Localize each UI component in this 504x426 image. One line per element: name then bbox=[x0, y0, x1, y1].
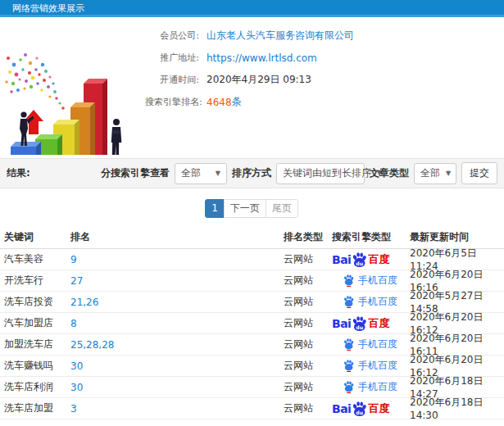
results-table: 关键词 排名 排名类型 搜索引擎类型 最新更新时间 汽车美容 9 云网站 Bai bbox=[0, 226, 504, 419]
mobile-baidu-paw-icon bbox=[343, 381, 354, 393]
rank-cell: 27 bbox=[70, 275, 284, 287]
header-updated: 最新更新时间 bbox=[410, 230, 504, 244]
rank-link[interactable]: 3 bbox=[70, 403, 77, 415]
rank-type-cell: 云网站 bbox=[284, 338, 332, 351]
mobile-baidu-paw-icon bbox=[343, 296, 354, 308]
header-keyword: 关键词 bbox=[4, 230, 70, 244]
rank-count-label: 搜索引擎排名: bbox=[145, 96, 199, 108]
results-table-body: 汽车美容 9 云网站 Bai du 百度 bbox=[0, 249, 504, 419]
baidu-logo-cn-text: 百度 bbox=[368, 318, 389, 329]
article-type-label: 文章类型 bbox=[370, 166, 409, 180]
header-engine-type: 搜索引擎类型 bbox=[332, 230, 410, 244]
growth-chart-illustration bbox=[0, 22, 152, 155]
sort-filter-label: 排序方式 bbox=[232, 166, 271, 180]
article-type-select[interactable]: 全部 ▼ bbox=[414, 163, 456, 184]
mobile-baidu-logo: 手机百度 bbox=[332, 295, 397, 309]
keyword-cell: 洗车店投资 bbox=[4, 295, 70, 309]
mobile-baidu-paw-icon bbox=[343, 360, 354, 372]
baidu-logo-cn-text: 百度 bbox=[368, 403, 389, 414]
baidu-logo: Bai du 百度 bbox=[332, 401, 389, 416]
engine-type-cell: Bai du 百度 bbox=[332, 401, 410, 416]
rank-type-cell: 云网站 bbox=[284, 316, 332, 330]
results-table-header: 关键词 排名 排名类型 搜索引擎类型 最新更新时间 bbox=[0, 226, 504, 249]
rank-type-cell: 云网站 bbox=[284, 252, 332, 266]
info-row-url: 推广地址: https://www.lrtlsd.com bbox=[145, 47, 504, 69]
rank-cell: 21,26 bbox=[70, 297, 284, 308]
promo-url-label: 推广地址: bbox=[145, 52, 199, 64]
submit-button[interactable]: 提交 bbox=[461, 162, 497, 184]
page-title-bar: 网络营销效果展示 bbox=[0, 0, 504, 17]
header-rank: 排名 bbox=[70, 230, 284, 244]
rank-cell: 30 bbox=[70, 360, 284, 372]
engine-filter-label: 分搜索引擎查看 bbox=[101, 166, 170, 180]
rank-link[interactable]: 30 bbox=[70, 382, 83, 393]
sort-filter-select[interactable]: 关键词由短到长排序 ▼ bbox=[276, 163, 365, 184]
pagination: 1 下一页 尾页 bbox=[0, 188, 504, 226]
rank-type-cell: 云网站 bbox=[284, 274, 332, 288]
result-label: 结果: bbox=[7, 166, 30, 180]
rank-cell: 3 bbox=[70, 403, 284, 415]
table-row: 洗车店加盟 3 云网站 Bai du 百度 bbox=[0, 398, 504, 419]
updated-cell: 2020年6月18日 14:30 bbox=[410, 396, 504, 421]
mobile-baidu-label: 手机百度 bbox=[358, 274, 397, 288]
baidu-logo-bai-text: Bai bbox=[332, 254, 351, 265]
info-row-rank-count: 搜索引擎排名: 4648 条 bbox=[145, 91, 504, 113]
sort-filter-value: 关键词由短到长排序 bbox=[283, 166, 371, 180]
engine-type-cell: 手机百度 bbox=[332, 380, 410, 394]
rank-link[interactable]: 27 bbox=[70, 275, 83, 287]
confetti-dots bbox=[5, 53, 65, 110]
baidu-paw-icon: du bbox=[352, 316, 367, 331]
rank-link[interactable]: 8 bbox=[70, 318, 77, 329]
mobile-baidu-logo: 手机百度 bbox=[332, 380, 397, 394]
svg-text:du: du bbox=[356, 409, 364, 415]
rank-type-cell: 云网站 bbox=[284, 401, 332, 415]
open-time-label: 开通时间: bbox=[145, 74, 199, 86]
mobile-baidu-logo: 手机百度 bbox=[332, 274, 397, 288]
keyword-cell: 汽车加盟店 bbox=[4, 316, 70, 330]
mobile-baidu-label: 手机百度 bbox=[358, 295, 397, 309]
info-row-company: 会员公司: 山东老人头汽车服务咨询有限公司 bbox=[145, 25, 504, 47]
last-page-button[interactable]: 尾页 bbox=[266, 199, 298, 218]
company-link[interactable]: 山东老人头汽车服务咨询有限公司 bbox=[207, 29, 354, 43]
rank-link[interactable]: 30 bbox=[70, 360, 83, 372]
info-row-open-time: 开通时间: 2020年4月29日 09:13 bbox=[145, 69, 504, 91]
mobile-baidu-label: 手机百度 bbox=[358, 380, 397, 394]
keyword-cell: 加盟洗车店 bbox=[4, 338, 70, 351]
businessman-right bbox=[111, 119, 122, 155]
promo-url-link[interactable]: https://www.lrtlsd.com bbox=[207, 52, 317, 64]
rank-type-cell: 云网站 bbox=[284, 295, 332, 309]
baidu-paw-icon: du bbox=[352, 252, 367, 267]
rank-type-cell: 云网站 bbox=[284, 359, 332, 373]
keyword-cell: 洗车店利润 bbox=[4, 380, 70, 394]
article-type-value: 全部 bbox=[420, 166, 440, 180]
rank-count-number: 4648 bbox=[207, 97, 232, 108]
rank-link[interactable]: 25,28,28 bbox=[70, 339, 114, 351]
page-1-button[interactable]: 1 bbox=[205, 199, 225, 218]
engine-type-cell: 手机百度 bbox=[332, 295, 410, 309]
engine-type-cell: 手机百度 bbox=[332, 338, 410, 351]
rank-cell: 8 bbox=[70, 318, 284, 329]
rank-count-unit: 条 bbox=[232, 95, 242, 109]
filter-bar: 结果: 分搜索引擎查看 全部 ▼ 排序方式 关键词由短到长排序 ▼ 文章类型 全… bbox=[0, 158, 504, 188]
baidu-logo: Bai du 百度 bbox=[332, 252, 389, 267]
engine-type-cell: 手机百度 bbox=[332, 274, 410, 288]
svg-text:du: du bbox=[356, 324, 364, 329]
mobile-baidu-paw-icon bbox=[343, 274, 354, 287]
keyword-cell: 汽车美容 bbox=[4, 252, 70, 266]
engine-type-cell: 手机百度 bbox=[332, 359, 410, 373]
rank-link[interactable]: 9 bbox=[70, 254, 77, 265]
mobile-baidu-paw-icon bbox=[343, 338, 354, 351]
rank-link[interactable]: 21,26 bbox=[70, 297, 98, 308]
engine-filter-select[interactable]: 全部 ▼ bbox=[175, 163, 227, 184]
svg-text:du: du bbox=[356, 260, 364, 265]
mobile-baidu-label: 手机百度 bbox=[358, 359, 397, 373]
rank-cell: 9 bbox=[70, 254, 284, 265]
company-label: 会员公司: bbox=[145, 29, 199, 42]
baidu-logo: Bai du 百度 bbox=[332, 316, 389, 331]
mobile-baidu-label: 手机百度 bbox=[358, 338, 397, 351]
baidu-paw-icon: du bbox=[352, 401, 367, 416]
caret-down-icon: ▼ bbox=[210, 170, 220, 177]
baidu-logo-bai-text: Bai bbox=[332, 318, 351, 329]
header-rank-type: 排名类型 bbox=[284, 230, 332, 244]
next-page-button[interactable]: 下一页 bbox=[224, 199, 266, 218]
